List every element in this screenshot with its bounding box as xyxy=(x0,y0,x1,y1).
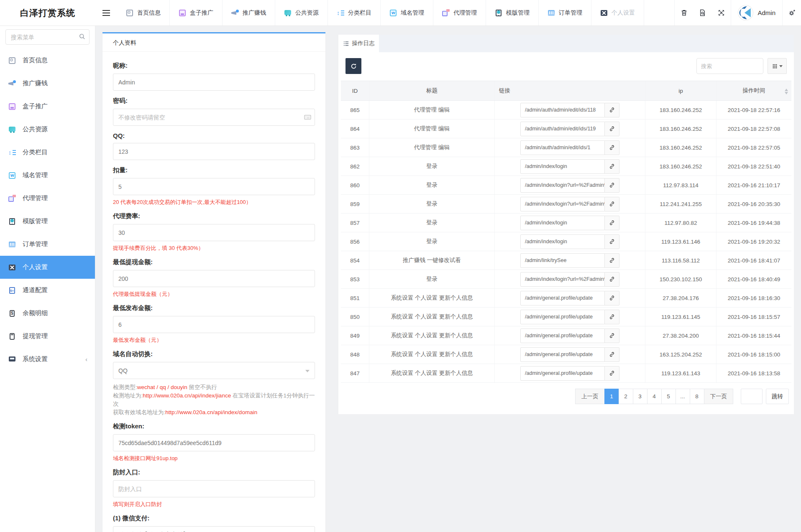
top-tab[interactable]: 盒子推广 xyxy=(170,0,223,25)
entrance-input[interactable] xyxy=(113,480,315,497)
sort-icon[interactable] xyxy=(785,87,788,96)
page-button[interactable]: 8 xyxy=(690,389,704,404)
sidebar-item[interactable]: 代理管理 ‹ xyxy=(0,187,95,210)
min-publish-input[interactable] xyxy=(113,316,315,333)
page-button[interactable]: 1 xyxy=(604,389,619,404)
sidebar-item[interactable]: 模版管理 ‹ xyxy=(0,210,95,233)
min-withdraw-input[interactable] xyxy=(113,270,315,287)
log-link-value[interactable]: /admin/auth/admin/edit/ids/1 xyxy=(520,140,605,155)
open-link-button[interactable] xyxy=(605,122,619,136)
open-link-button[interactable] xyxy=(605,347,619,362)
cell-time: 2021-09-18 22:57:05 xyxy=(717,138,791,157)
field-hint: 最低发布金额（元） xyxy=(113,336,315,344)
top-tab[interactable]: 代理管理 xyxy=(433,0,486,25)
sidebar-item[interactable]: 系统设置 ‹ xyxy=(0,348,95,371)
top-tab[interactable]: 推广赚钱 xyxy=(223,0,275,25)
sidebar-item[interactable]: 订单管理 ‹ xyxy=(0,233,95,256)
log-link-value[interactable]: /admin/index/login xyxy=(520,216,605,230)
refresh-button[interactable] xyxy=(345,58,361,74)
log-link-value[interactable]: /admin/auth/admin/edit/ids/118 xyxy=(520,103,605,117)
settings-gear-icon[interactable] xyxy=(782,0,801,25)
sidebar-item[interactable]: 推广赚钱 ‹ xyxy=(0,72,95,95)
log-link-value[interactable]: /admin/index/login xyxy=(520,234,605,249)
agent-rate-input[interactable] xyxy=(113,224,315,241)
jump-button[interactable]: 跳转 xyxy=(766,389,789,404)
open-link-button[interactable] xyxy=(605,310,619,324)
top-tab[interactable]: 个人设置 xyxy=(591,0,644,25)
link-icon xyxy=(609,163,615,169)
next-page-button[interactable]: 下一页 xyxy=(704,389,734,404)
sidebar-item[interactable]: 分类栏目 ‹ xyxy=(0,141,95,164)
token-input[interactable] xyxy=(113,434,315,451)
open-link-button[interactable] xyxy=(605,197,619,211)
cell-ip: 27.38.204.176 xyxy=(645,289,717,307)
jump-page-input[interactable] xyxy=(741,389,763,404)
top-tab[interactable]: 域名管理 xyxy=(381,0,433,25)
sidebar-item[interactable]: 个人设置 ‹ xyxy=(0,256,95,279)
top-tab[interactable]: 公共资源 xyxy=(275,0,328,25)
page-button[interactable]: 3 xyxy=(633,389,647,404)
open-link-button[interactable] xyxy=(605,159,619,174)
open-link-button[interactable] xyxy=(605,253,619,268)
log-link-value[interactable]: /admin/auth/admin/edit/ids/119 xyxy=(520,122,605,136)
menu-toggle-icon[interactable] xyxy=(95,0,117,25)
open-link-button[interactable] xyxy=(605,272,619,287)
trash-icon[interactable] xyxy=(674,0,693,25)
sidebar-item-label: 订单管理 xyxy=(23,240,48,248)
log-link-value[interactable]: /admin/index/login xyxy=(520,159,605,174)
open-link-button[interactable] xyxy=(605,140,619,155)
log-link-value[interactable]: /admin/link/trySee xyxy=(520,253,605,268)
page-button[interactable]: ... xyxy=(676,389,690,404)
columns-toggle-button[interactable] xyxy=(768,58,787,74)
wechat-pay-select[interactable]: 微信支付【微信官方内付】 xyxy=(113,526,315,532)
open-link-button[interactable] xyxy=(605,291,619,305)
field-min-withdraw: 最低提现金额: 代理最低提现金额（元） xyxy=(113,258,315,298)
open-link-button[interactable] xyxy=(605,216,619,230)
log-link-value[interactable]: /admin/index/login?url=%2Fadmin% xyxy=(520,197,605,211)
top-tab[interactable]: 订单管理 xyxy=(539,0,591,25)
prev-page-button[interactable]: 上一页 xyxy=(575,389,605,404)
sidebar-item[interactable]: 余额明细 ‹ xyxy=(0,302,95,325)
sidebar-item[interactable]: 通道配置 ‹ xyxy=(0,279,95,302)
log-link-value[interactable]: /admin/general.profile/update xyxy=(520,366,605,381)
page-button[interactable]: 4 xyxy=(647,389,662,404)
col-title: 标题 xyxy=(369,81,495,100)
field-label: 检测token: xyxy=(113,423,315,430)
tab-operation-log[interactable]: 操作日志 xyxy=(338,35,379,52)
qq-input[interactable] xyxy=(113,143,315,160)
sidebar-menu: 首页信息 ‹ 推广赚钱 ‹ 盒子推广 ‹ 公共资源 ‹ xyxy=(0,49,95,371)
top-tab[interactable]: 分类栏目 xyxy=(328,0,381,25)
page-button[interactable]: 5 xyxy=(661,389,676,404)
table-search-input[interactable] xyxy=(696,58,763,74)
sidebar-search-input[interactable] xyxy=(5,29,90,45)
sidebar-item[interactable]: 首页信息 ‹ xyxy=(0,49,95,72)
fullscreen-icon[interactable] xyxy=(712,0,731,25)
log-link-value[interactable]: /admin/general.profile/update xyxy=(520,310,605,324)
sidebar-item[interactable]: 域名管理 ‹ xyxy=(0,164,95,187)
log-link-value[interactable]: /admin/general.profile/update xyxy=(520,291,605,305)
open-link-button[interactable] xyxy=(605,234,619,249)
log-link-value[interactable]: /admin/index/login?url=%2Fadmin% xyxy=(520,272,605,287)
log-link-value[interactable]: /admin/index/login?url=%2Fadmin% xyxy=(520,178,605,193)
top-tab[interactable]: 首页信息 xyxy=(117,0,170,25)
field-label: 代理费率: xyxy=(113,212,315,220)
domain-switch-select[interactable]: QQ xyxy=(113,362,315,379)
top-tab[interactable]: 模版管理 xyxy=(486,0,539,25)
open-link-button[interactable] xyxy=(605,328,619,343)
page-button[interactable]: 2 xyxy=(619,389,633,404)
document-search-icon[interactable] xyxy=(693,0,712,25)
open-link-button[interactable] xyxy=(605,178,619,193)
sidebar-item[interactable]: 提现管理 ‹ xyxy=(0,325,95,348)
log-link-value[interactable]: /admin/general.profile/update xyxy=(520,347,605,362)
sidebar-item[interactable]: 公共资源 ‹ xyxy=(0,118,95,141)
open-link-button[interactable] xyxy=(605,366,619,381)
deduction-input[interactable] xyxy=(113,178,315,195)
password-input[interactable] xyxy=(113,109,315,126)
field-label: QQ: xyxy=(113,132,315,139)
nickname-input[interactable] xyxy=(113,74,315,91)
log-link-value[interactable]: /admin/general.profile/update xyxy=(520,328,605,343)
sidebar-item[interactable]: 盒子推广 ‹ xyxy=(0,95,95,118)
user-menu[interactable]: Admin xyxy=(731,0,782,25)
table-row: 848 系统设置 个人设置 更新个人信息 /admin/general.prof… xyxy=(341,345,791,364)
open-link-button[interactable] xyxy=(605,103,619,117)
